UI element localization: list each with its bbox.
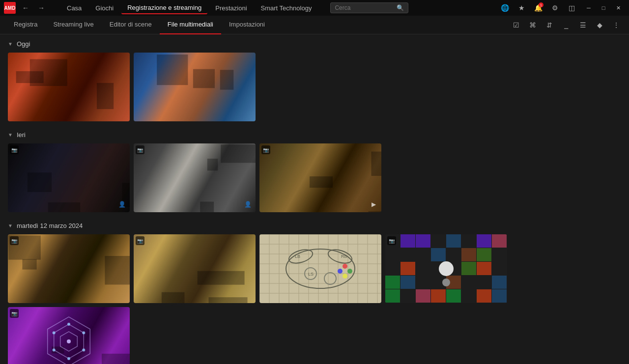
- tab-impostazioni[interactable]: Impostazioni: [221, 16, 273, 34]
- main-nav: Casa Giochi Registrazione e streaming Pr…: [61, 2, 317, 14]
- chevron-martedi: ▼: [8, 223, 13, 228]
- screenshot-icon-ieri-3: 📷: [261, 145, 270, 154]
- settings-button[interactable]: ⚙: [548, 1, 561, 14]
- section-title-oggi: Oggi: [17, 40, 30, 48]
- section-ieri: ▼ Ieri 📷 👤 📷 👤 📷 ▶: [8, 131, 621, 212]
- list-view-button[interactable]: ☰: [576, 18, 590, 32]
- select-all-button[interactable]: ☑: [509, 18, 523, 32]
- thumbnail-mart-3[interactable]: [259, 234, 381, 303]
- thumbnail-mart-1[interactable]: 📷: [8, 234, 130, 303]
- grid-view-button[interactable]: ⌘: [526, 18, 540, 32]
- search-bar[interactable]: 🔍: [330, 2, 408, 13]
- section-header-ieri[interactable]: ▼ Ieri: [8, 131, 621, 139]
- nav-registrazione[interactable]: Registrazione e streaming: [121, 2, 207, 14]
- nav-casa[interactable]: Casa: [61, 2, 87, 14]
- tab-streaming-live[interactable]: Streaming live: [45, 16, 101, 34]
- thumbnail-mart-2[interactable]: 📷: [134, 234, 256, 303]
- back-button[interactable]: ←: [19, 2, 32, 14]
- sub-nav: Registra Streaming live Editor di scene …: [0, 16, 629, 34]
- search-input[interactable]: [335, 4, 394, 11]
- thumb-canvas-oggi-1: [8, 53, 130, 121]
- tab-registra[interactable]: Registra: [6, 16, 45, 34]
- window-controls: ─ □ ✕: [582, 2, 625, 14]
- thumb-canvas-ieri-1: [8, 143, 130, 212]
- tab-file-multimediali[interactable]: File multimediali: [160, 16, 221, 34]
- titlebar-left: AMD ← → Casa Giochi Registrazione e stre…: [4, 2, 408, 14]
- icon-mart-1: 📷: [10, 236, 19, 245]
- section-header-martedi[interactable]: ▼ martedì 12 marzo 2024: [8, 222, 621, 229]
- tab-editor-scene[interactable]: Editor di scene: [102, 16, 160, 34]
- thumbnail-mart-4[interactable]: 📷: [385, 234, 507, 303]
- bottom-icon-ieri-2: 👤: [243, 199, 253, 209]
- maximize-button[interactable]: □: [597, 2, 610, 14]
- notification-badge: 1: [539, 2, 543, 7]
- sub-nav-tabs: Registra Streaming live Editor di scene …: [6, 16, 273, 34]
- thumb-canvas-ieri-2: [134, 143, 256, 212]
- forward-button[interactable]: →: [34, 2, 48, 14]
- user-button[interactable]: ◫: [565, 1, 578, 14]
- favorites-button[interactable]: ★: [515, 1, 528, 14]
- sort-button[interactable]: ⇵: [543, 18, 556, 32]
- titlebar-nav: ← →: [19, 2, 48, 14]
- bottom-icon-ieri-1: 👤: [117, 199, 127, 209]
- icon-mart-4: 📷: [387, 236, 396, 245]
- thumbnail-oggi-1[interactable]: [8, 53, 130, 121]
- nav-smart-technology[interactable]: Smart Technology: [255, 2, 318, 14]
- thumbnail-mart-5[interactable]: 📷: [8, 307, 130, 364]
- thumb-canvas-ieri-3: [259, 143, 381, 212]
- nav-prestazioni[interactable]: Prestazioni: [209, 2, 253, 14]
- screenshot-icon-ieri-1: 📷: [10, 145, 19, 154]
- section-title-martedi: martedì 12 marzo 2024: [17, 222, 83, 229]
- thumbnail-ieri-1[interactable]: 📷 👤: [8, 143, 130, 212]
- thumbnails-ieri: 📷 👤 📷 👤 📷 ▶: [8, 143, 621, 212]
- thumbnail-ieri-3[interactable]: 📷 ▶: [259, 143, 381, 212]
- thumbnail-ieri-2[interactable]: 📷 👤: [134, 143, 256, 212]
- section-title-ieri: Ieri: [17, 131, 26, 139]
- play-icon-ieri-3: ▶: [369, 199, 378, 209]
- globe-button[interactable]: 🌐: [498, 1, 511, 14]
- sub-nav-actions: ☑ ⌘ ⇵ ⎯ ☰ ◆ ⋮: [509, 18, 623, 32]
- search-icon: 🔍: [397, 4, 404, 11]
- badge-button[interactable]: ◆: [593, 18, 606, 32]
- titlebar-right: 🌐 ★ 🔔 1 ⚙ ◫ ─ □ ✕: [498, 1, 625, 14]
- thumb-canvas-mart-5: [8, 307, 130, 364]
- thumb-canvas-mart-1: [8, 234, 130, 303]
- more-button[interactable]: ⋮: [609, 18, 623, 32]
- close-button[interactable]: ✕: [611, 2, 625, 14]
- icon-mart-5: 📷: [10, 309, 19, 318]
- nav-giochi[interactable]: Giochi: [89, 2, 119, 14]
- thumbnails-oggi: [8, 53, 621, 121]
- section-oggi: ▼ Oggi: [8, 40, 621, 121]
- titlebar: AMD ← → Casa Giochi Registrazione e stre…: [0, 0, 629, 16]
- thumb-canvas-oggi-2: [134, 53, 256, 121]
- thumb-canvas-mart-4: [385, 234, 507, 303]
- thumbnails-martedi: 📷 📷 📷 📷: [8, 234, 621, 364]
- thumb-canvas-mart-2: [134, 234, 256, 303]
- filter-button[interactable]: ⎯: [559, 18, 573, 32]
- content-area: ▼ Oggi ▼ Ieri 📷 👤 📷 👤: [0, 34, 629, 364]
- icon-mart-2: 📷: [136, 236, 144, 245]
- section-header-oggi[interactable]: ▼ Oggi: [8, 40, 621, 48]
- chevron-oggi: ▼: [8, 41, 13, 47]
- notifications-button[interactable]: 🔔 1: [532, 1, 544, 14]
- screenshot-icon-ieri-2: 📷: [136, 145, 144, 154]
- amd-logo: AMD: [4, 2, 16, 14]
- thumb-canvas-mart-3: [259, 234, 381, 303]
- thumbnail-oggi-2[interactable]: [134, 53, 256, 121]
- section-martedi: ▼ martedì 12 marzo 2024 📷 📷 📷 📷: [8, 222, 621, 364]
- chevron-ieri: ▼: [8, 132, 13, 138]
- minimize-button[interactable]: ─: [582, 2, 596, 14]
